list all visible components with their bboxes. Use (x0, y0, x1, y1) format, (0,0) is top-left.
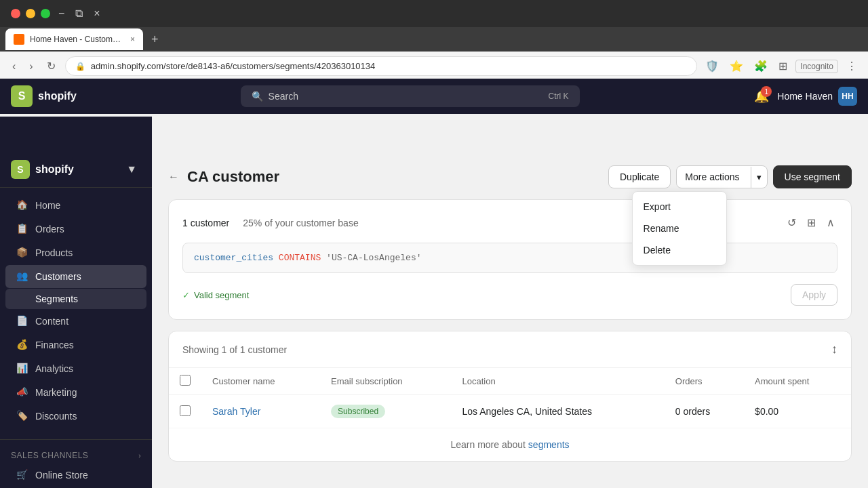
new-tab-button[interactable]: + (146, 30, 164, 49)
subscribed-badge: Subscribed (331, 405, 385, 418)
sidebar-header: S shopify ▼ (0, 152, 152, 188)
sidebar-label-products: Products (35, 247, 73, 258)
th-amount-spent: Amount spent (744, 368, 851, 395)
page-title: CA customer (187, 168, 279, 186)
back-button[interactable]: ‹ (8, 58, 20, 75)
segments-link[interactable]: segments (528, 439, 570, 450)
bookmark-icon[interactable]: ⭐ (727, 57, 746, 75)
window-restore-icon[interactable]: ⧉ (75, 7, 83, 20)
segment-right-actions: ↺ ⊞ ∧ (785, 214, 837, 232)
shopify-bag-icon: S (11, 160, 30, 179)
sidebar-label-discounts: Discounts (35, 411, 77, 422)
learn-more-section: Learn more about segments (169, 428, 851, 461)
browser-tabs-bar: Home Haven - Customers · Sho... × + (0, 27, 868, 52)
chevron-up-button[interactable]: ∧ (824, 214, 837, 232)
sales-channels-label: Sales channels › (0, 445, 152, 463)
main-nav-section: 🏠 Home 📋 Orders 📦 Products 👥 Customers S… (0, 188, 152, 434)
window-close-icon[interactable]: × (94, 7, 100, 20)
dropdown-item-delete[interactable]: Delete (633, 239, 726, 261)
th-customer-name: Customer name (201, 368, 320, 395)
analytics-icon: 📊 (16, 363, 28, 375)
row-checkbox-cell (169, 395, 201, 428)
tab-favicon (14, 34, 24, 45)
store-selector[interactable]: Home Haven HH (777, 87, 857, 106)
window-right-controls: − ⧉ × (58, 7, 100, 20)
window-minimize-icon[interactable]: − (58, 7, 64, 20)
shopify-logo-text: S (17, 164, 23, 175)
discounts-icon: 🏷️ (16, 410, 28, 422)
sidebar-item-analytics[interactable]: 📊 Analytics (5, 357, 146, 380)
no-track-icon[interactable]: 🛡️ (703, 57, 722, 75)
sort-button[interactable]: ↕ (831, 342, 837, 357)
sidebar-item-discounts[interactable]: 🏷️ Discounts (5, 405, 146, 428)
sidebar-item-products[interactable]: 📦 Products (5, 241, 146, 264)
sidebar-item-orders[interactable]: 📋 Orders (5, 218, 146, 241)
sidebar-item-marketing[interactable]: 📣 Marketing (5, 381, 146, 404)
segment-customer-count: 1 customer (182, 218, 229, 228)
dropdown-item-rename[interactable]: Rename (633, 218, 726, 239)
split-view-icon[interactable]: ⊞ (776, 57, 790, 75)
search-icon: 🔍 (252, 91, 263, 102)
marketing-icon: 📣 (16, 386, 28, 399)
sidebar-label-finances: Finances (35, 340, 74, 350)
sidebar-label-online-store: Online Store (35, 470, 88, 481)
sidebar-item-customers[interactable]: 👥 Customers (5, 265, 146, 288)
active-browser-tab[interactable]: Home Haven - Customers · Sho... × (5, 28, 143, 50)
store-avatar: HH (838, 87, 857, 106)
sidebar-toggle-button[interactable]: ▼ (122, 161, 141, 178)
row-orders: 0 orders (665, 395, 744, 428)
search-container: 🔍 Search Ctrl K (241, 85, 580, 107)
th-orders: Orders (665, 368, 744, 395)
tab-close-button[interactable]: × (130, 35, 135, 44)
address-bar[interactable]: 🔒 admin.shopify.com/store/de8143-a6/cust… (65, 56, 698, 76)
notification-bell[interactable]: 🔔 1 (754, 89, 769, 104)
segment-footer: ✓ Valid segment Apply (182, 284, 837, 306)
segment-editor: 1 customer 25% of your customer base ↺ ⊞… (168, 199, 852, 320)
forward-button[interactable]: › (25, 58, 37, 75)
search-placeholder: Search (269, 91, 298, 102)
filter-options-button[interactable]: ⊞ (804, 214, 818, 232)
topbar-logo-area: S shopify (11, 85, 77, 107)
code-keyword: customer_cities (194, 253, 273, 263)
minimize-window-button[interactable] (26, 9, 35, 18)
table-header-actions: ↕ (831, 342, 837, 357)
browser-menu-icon[interactable]: ⋮ (844, 57, 860, 75)
topbar-shopify-name: shopify (38, 90, 77, 102)
th-location: Location (452, 368, 665, 395)
tab-title: Home Haven - Customers · Sho... (30, 35, 125, 44)
maximize-window-button[interactable] (41, 9, 50, 18)
sidebar-label-customers: Customers (35, 271, 81, 282)
page-title-area: ← CA customer (168, 168, 279, 186)
sidebar-item-finances[interactable]: 💰 Finances (5, 333, 146, 357)
duplicate-button[interactable]: Duplicate (608, 165, 671, 188)
notification-count: 1 (761, 86, 772, 97)
segment-code-editor[interactable]: customer_cities CONTAINS 'US-CA-LosAngel… (182, 243, 837, 273)
sidebar-item-content[interactable]: 📄 Content (5, 310, 146, 333)
more-actions-main-button[interactable]: More actions (677, 166, 747, 188)
close-window-button[interactable] (11, 9, 20, 18)
sidebar-item-home[interactable]: 🏠 Home (5, 194, 146, 217)
customers-table: Customer name Email subscription Locatio… (169, 368, 851, 428)
segment-customer-percent: 25% of your customer base (243, 218, 358, 228)
more-actions-container: More actions ▾ Export Rename Delete (676, 165, 767, 188)
apply-button[interactable]: Apply (791, 284, 837, 306)
extensions-icon[interactable]: 🧩 (751, 57, 770, 75)
incognito-icon[interactable]: Incognito (795, 60, 838, 73)
header-actions: Duplicate More actions ▾ Export Rename D… (608, 165, 852, 188)
select-all-checkbox[interactable] (180, 375, 191, 386)
reload-button[interactable]: ↻ (43, 57, 60, 75)
row-email-subscription: Subscribed (320, 395, 451, 428)
sidebar-sub-item-segments[interactable]: Segments (5, 289, 146, 309)
valid-segment-badge: ✓ Valid segment (182, 290, 249, 300)
customer-name-link[interactable]: Sarah Tyler (212, 406, 260, 417)
dropdown-item-export[interactable]: Export (633, 196, 726, 218)
use-segment-button[interactable]: Use segment (773, 165, 852, 188)
search-bar[interactable]: 🔍 Search Ctrl K (241, 85, 580, 107)
home-icon: 🏠 (16, 199, 28, 211)
sidebar-item-online-store[interactable]: 🛒 Online Store (5, 464, 146, 487)
back-arrow-button[interactable]: ← (168, 171, 179, 183)
row-checkbox[interactable] (180, 405, 191, 416)
refresh-button[interactable]: ↺ (785, 214, 799, 232)
more-actions-chevron-button[interactable]: ▾ (751, 167, 767, 188)
browser-nav-bar: ‹ › ↻ 🔒 admin.shopify.com/store/de8143-a… (0, 52, 868, 81)
